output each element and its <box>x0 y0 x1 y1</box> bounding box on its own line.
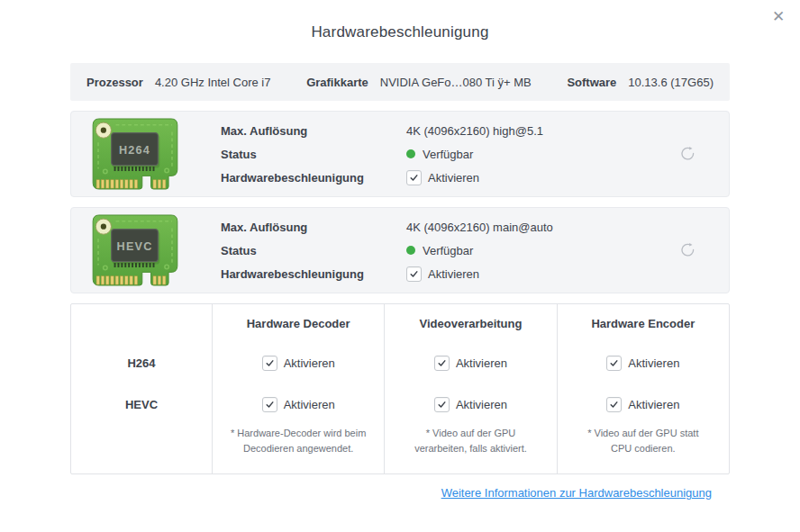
checkbox-checked-icon[interactable] <box>434 397 450 412</box>
hevc-decoder-checkbox[interactable]: Aktivieren <box>262 397 335 412</box>
hevc-encoder-checkbox[interactable]: Aktivieren <box>606 397 679 412</box>
h264-chip-icon: H264 <box>91 118 179 190</box>
hevc-processing-checkbox[interactable]: Aktivieren <box>434 397 507 412</box>
max-resolution-label: Max. Auflösung <box>221 124 406 138</box>
processor-info: Prozessor 4.20 GHz Intel Core i7 <box>86 76 271 89</box>
checkbox-label: Aktivieren <box>284 398 335 411</box>
max-resolution-label: Max. Auflösung <box>221 221 406 234</box>
checkbox-checked-icon[interactable] <box>606 397 622 412</box>
dialog-content: Prozessor 4.20 GHz Intel Core i7 Grafikk… <box>70 63 730 500</box>
hevc-max-resolution-row: Max. Auflösung 4K (4096x2160) main@auto <box>221 215 553 239</box>
h264-decoder-cell: Aktivieren <box>212 342 384 383</box>
close-icon[interactable]: ✕ <box>768 5 789 27</box>
checkbox-checked-icon[interactable] <box>262 397 277 412</box>
hevc-decoder-cell: Aktivieren <box>212 383 384 425</box>
hevc-processing-cell: Aktivieren <box>384 383 556 425</box>
hevc-encoder-cell: Aktivieren <box>557 383 729 425</box>
status-text: Verfügbar <box>423 148 473 161</box>
status-green-dot-icon <box>406 149 415 158</box>
processor-label: Prozessor <box>86 76 143 89</box>
codec-settings-table: Hardware Decoder Videoverarbeitung Hardw… <box>70 303 730 474</box>
software-value: 10.13.6 (17G65) <box>628 76 714 89</box>
checkbox-label: Aktivieren <box>628 356 679 370</box>
hevc-enable-checkbox[interactable]: Aktivieren <box>406 266 479 282</box>
graphics-card-info: Grafikkarte NVIDIA GeFo…080 Ti ÿ+ MB <box>306 76 532 89</box>
max-resolution-value: 4K (4096x2160) high@5.1 <box>406 124 543 138</box>
header-videoverarbeitung: Videoverarbeitung <box>384 304 556 342</box>
h264-status-row: Status Verfügbar <box>221 142 543 166</box>
h264-decoder-checkbox[interactable]: Aktivieren <box>262 356 335 371</box>
dialog-title: Hardwarebeschleunigung <box>0 0 800 41</box>
checkbox-checked-icon[interactable] <box>262 356 277 371</box>
status-label: Status <box>221 148 406 161</box>
checkbox-label: Aktivieren <box>284 356 335 370</box>
graphics-card-value: NVIDIA GeFo…080 Ti ÿ+ MB <box>380 76 532 89</box>
checkbox-label: Aktivieren <box>456 356 507 370</box>
h264-processing-checkbox[interactable]: Aktivieren <box>434 356 507 371</box>
footnote-processing: * Video auf der GPU verarbeiten, falls a… <box>384 425 556 473</box>
h264-max-resolution-row: Max. Auflösung 4K (4096x2160) high@5.1 <box>221 119 543 142</box>
h264-enable-checkbox[interactable]: Aktivieren <box>406 170 479 185</box>
h264-chip-label: H264 <box>119 144 150 157</box>
table-row-h264-label: H264 <box>71 342 212 383</box>
status-text: Verfügbar <box>423 244 473 257</box>
system-info-bar: Prozessor 4.20 GHz Intel Core i7 Grafikk… <box>70 63 730 101</box>
checkbox-checked-icon[interactable] <box>406 266 422 282</box>
header-hardware-encoder: Hardware Encoder <box>557 304 729 342</box>
dialog-footer: Weitere Informationen zur Hardwarebeschl… <box>70 486 730 500</box>
status-green-dot-icon <box>406 246 415 255</box>
checkbox-checked-icon[interactable] <box>434 356 450 371</box>
table-corner-cell <box>71 304 212 342</box>
h264-details: Max. Auflösung 4K (4096x2160) high@5.1 S… <box>221 119 543 189</box>
checkbox-label: Aktivieren <box>628 398 679 411</box>
enable-checkbox-label: Aktivieren <box>428 267 479 281</box>
checkbox-label: Aktivieren <box>456 398 507 411</box>
more-info-link[interactable]: Weitere Informationen zur Hardwarebeschl… <box>441 486 712 500</box>
h264-acceleration-row: Hardwarebeschleunigung Aktivieren <box>221 166 543 189</box>
codec-card-h264: H264 Max. Auflösung 4K (4096x2160) high@… <box>70 111 730 197</box>
hevc-details: Max. Auflösung 4K (4096x2160) main@auto … <box>221 215 553 285</box>
hardware-acceleration-label: Hardwarebeschleunigung <box>221 171 406 185</box>
h264-processing-cell: Aktivieren <box>384 342 556 383</box>
hardware-acceleration-dialog: ✕ Hardwarebeschleunigung Prozessor 4.20 … <box>0 0 800 532</box>
processor-value: 4.20 GHz Intel Core i7 <box>155 76 271 89</box>
refresh-icon[interactable] <box>678 145 696 163</box>
graphics-card-label: Grafikkarte <box>306 76 368 89</box>
hevc-chip-label: HEVC <box>117 240 153 253</box>
hevc-acceleration-row: Hardwarebeschleunigung Aktivieren <box>221 262 553 285</box>
table-row-hevc-label: HEVC <box>71 383 212 425</box>
software-label: Software <box>567 76 616 89</box>
status-value: Verfügbar <box>406 244 473 257</box>
software-info: Software 10.13.6 (17G65) <box>567 76 714 89</box>
h264-encoder-checkbox[interactable]: Aktivieren <box>606 356 679 371</box>
footnote-encoder: * Video auf der GPU statt CPU codieren. <box>557 425 729 473</box>
enable-checkbox-label: Aktivieren <box>428 171 479 185</box>
checkbox-checked-icon[interactable] <box>606 356 622 371</box>
codec-card-hevc: HEVC Max. Auflösung 4K (4096x2160) main@… <box>70 207 730 293</box>
h264-encoder-cell: Aktivieren <box>557 342 729 383</box>
hardware-acceleration-label: Hardwarebeschleunigung <box>221 267 406 281</box>
footnote-decoder: * Hardware-Decoder wird beim Decodieren … <box>212 425 384 473</box>
status-value: Verfügbar <box>406 148 473 161</box>
hevc-status-row: Status Verfügbar <box>221 239 553 262</box>
max-resolution-value: 4K (4096x2160) main@auto <box>406 221 553 234</box>
checkbox-checked-icon[interactable] <box>406 170 422 185</box>
status-label: Status <box>221 244 406 257</box>
footnote-empty-cell <box>71 425 212 473</box>
hevc-chip-icon: HEVC <box>91 214 179 286</box>
header-hardware-decoder: Hardware Decoder <box>212 304 384 342</box>
refresh-icon[interactable] <box>678 241 696 259</box>
